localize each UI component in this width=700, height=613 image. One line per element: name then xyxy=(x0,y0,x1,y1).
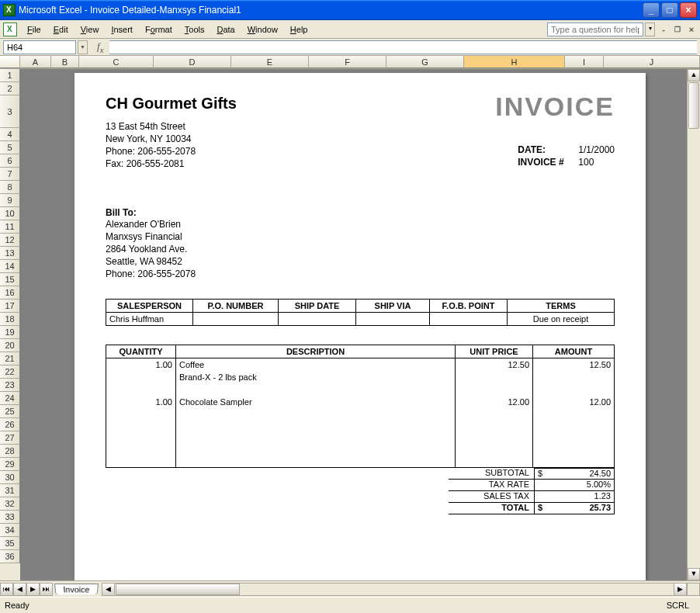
row-header-12[interactable]: 12 xyxy=(0,234,20,247)
scroll-right-icon[interactable]: ▶ xyxy=(674,584,686,595)
row-header-4[interactable]: 4 xyxy=(0,128,20,141)
scroll-thumb[interactable] xyxy=(688,82,699,129)
td-terms: Due on receipt xyxy=(508,313,615,326)
row-header-22[interactable]: 22 xyxy=(0,365,20,379)
row-header-32[interactable]: 32 xyxy=(0,497,20,511)
row-header-24[interactable]: 24 xyxy=(0,392,20,405)
row-header-36[interactable]: 36 xyxy=(0,550,20,563)
col-header-E[interactable]: E xyxy=(231,56,309,68)
date-label: DATE: xyxy=(518,144,578,155)
doc-minimize-button[interactable]: - xyxy=(658,24,669,35)
close-button[interactable]: × xyxy=(680,2,697,18)
row-header-19[interactable]: 19 xyxy=(0,326,20,339)
row-header-20[interactable]: 20 xyxy=(0,339,20,352)
row-header-17[interactable]: 17 xyxy=(0,300,20,313)
status-ready: Ready xyxy=(5,601,29,610)
tab-nav-last[interactable]: ⏭ xyxy=(40,583,53,596)
row-header-2[interactable]: 2 xyxy=(0,82,20,95)
formula-input[interactable] xyxy=(109,40,697,54)
row-header-27[interactable]: 27 xyxy=(0,431,20,445)
total-label: TOTAL xyxy=(449,503,534,514)
th-salesperson: SALESPERSON xyxy=(106,300,193,313)
menu-view[interactable]: View xyxy=(75,23,105,36)
sheet-tab-invoice[interactable]: Invoice xyxy=(54,584,99,594)
tab-nav-first[interactable]: ⏮ xyxy=(0,583,13,596)
menu-tools[interactable]: Tools xyxy=(179,23,210,36)
row-header-21[interactable]: 21 xyxy=(0,352,20,365)
row-header-35[interactable]: 35 xyxy=(0,537,20,550)
fx-icon[interactable]: fx xyxy=(97,40,103,54)
taxrate-value: 5.00% xyxy=(534,480,615,491)
row-header-1[interactable]: 1 xyxy=(0,69,20,82)
col-header-H[interactable]: H xyxy=(464,56,565,68)
item-desc2: Brand-X - 2 lbs pack xyxy=(179,372,452,385)
row-header-5[interactable]: 5 xyxy=(0,141,20,154)
row-header-15[interactable]: 15 xyxy=(0,273,20,286)
col-header-B[interactable]: B xyxy=(51,56,79,68)
row-header-34[interactable]: 34 xyxy=(0,524,20,537)
col-amt-body: 12.50 12.00 xyxy=(533,358,614,467)
col-header-F[interactable]: F xyxy=(309,56,386,68)
row-header-14[interactable]: 14 xyxy=(0,260,20,273)
row-header-26[interactable]: 26 xyxy=(0,418,20,431)
help-search-input[interactable] xyxy=(547,23,643,36)
doc-restore-button[interactable]: ❐ xyxy=(672,24,683,35)
tab-nav-prev[interactable]: ◀ xyxy=(13,583,26,596)
scroll-down-icon[interactable]: ▼ xyxy=(688,568,700,580)
status-bar: Ready SCRL xyxy=(0,597,700,613)
excel-doc-icon[interactable] xyxy=(3,23,17,36)
row-header-25[interactable]: 25 xyxy=(0,405,20,418)
name-box-dropdown-icon[interactable]: ▼ xyxy=(78,40,88,54)
hscroll-thumb[interactable] xyxy=(116,584,240,595)
horizontal-scrollbar[interactable]: ◀ ▶ xyxy=(102,583,687,596)
help-dropdown-icon[interactable]: ▾ xyxy=(645,23,655,36)
row-header-6[interactable]: 6 xyxy=(0,154,20,168)
menu-file[interactable]: File xyxy=(22,23,47,36)
sheet-tabs-row: ⏮ ◀ ▶ ⏭ Invoice ◀ ▶ xyxy=(0,580,700,597)
maximize-button[interactable]: □ xyxy=(661,2,678,18)
row-header-10[interactable]: 10 xyxy=(0,207,20,220)
col-header-J[interactable]: J xyxy=(604,56,700,68)
col-header-D[interactable]: D xyxy=(154,56,231,68)
menu-edit[interactable]: Edit xyxy=(48,23,74,36)
col-header-C[interactable]: C xyxy=(79,56,154,68)
row-header-33[interactable]: 33 xyxy=(0,511,20,524)
th-desc: DESCRIPTION xyxy=(176,345,456,358)
col-header-G[interactable]: G xyxy=(386,56,464,68)
col-header-A[interactable]: A xyxy=(20,56,51,68)
col-header-I[interactable]: I xyxy=(565,56,604,68)
row-header-7[interactable]: 7 xyxy=(0,168,20,181)
td-shipvia xyxy=(356,313,430,326)
th-qty: QUANTITY xyxy=(106,345,176,358)
row-header-16[interactable]: 16 xyxy=(0,286,20,300)
row-header-30[interactable]: 30 xyxy=(0,471,20,484)
doc-close-button[interactable]: × xyxy=(686,24,697,35)
sheet-area[interactable]: CH Gourmet Gifts INVOICE 13 East 54th St… xyxy=(20,69,687,580)
menu-insert[interactable]: Insert xyxy=(106,23,138,36)
scroll-up-icon[interactable]: ▲ xyxy=(688,69,700,81)
row-header-9[interactable]: 9 xyxy=(0,194,20,207)
th-unitprice: UNIT PRICE xyxy=(456,345,533,358)
row-header-18[interactable]: 18 xyxy=(0,313,20,326)
scrollbar-corner xyxy=(687,583,700,596)
row-header-3[interactable]: 3 xyxy=(0,95,20,128)
row-header-13[interactable]: 13 xyxy=(0,247,20,260)
tab-nav-next[interactable]: ▶ xyxy=(26,583,40,596)
row-header-31[interactable]: 31 xyxy=(0,484,20,497)
menu-format[interactable]: Format xyxy=(140,23,178,36)
menu-window[interactable]: Window xyxy=(242,23,283,36)
minimize-button[interactable]: _ xyxy=(643,2,660,18)
select-all-corner[interactable] xyxy=(0,56,20,68)
row-header-23[interactable]: 23 xyxy=(0,379,20,392)
item-desc: Coffee xyxy=(179,360,452,372)
scroll-left-icon[interactable]: ◀ xyxy=(102,584,115,595)
row-header-29[interactable]: 29 xyxy=(0,458,20,471)
column-headers: A B C D E F G H I J xyxy=(0,56,700,69)
menu-data[interactable]: Data xyxy=(211,23,240,36)
row-header-28[interactable]: 28 xyxy=(0,445,20,458)
vertical-scrollbar[interactable]: ▲ ▼ xyxy=(687,69,700,580)
menu-help[interactable]: Help xyxy=(285,23,314,36)
row-header-8[interactable]: 8 xyxy=(0,181,20,194)
name-box[interactable]: H64 xyxy=(3,40,76,54)
row-header-11[interactable]: 11 xyxy=(0,220,20,234)
